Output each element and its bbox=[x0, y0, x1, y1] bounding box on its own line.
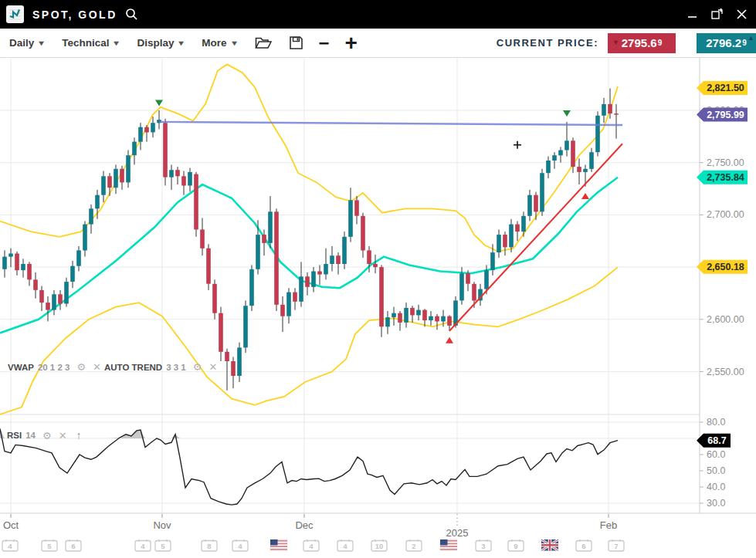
price-chart-svg[interactable]: 2,800.002,750.002,700.002,650.002,600.00… bbox=[0, 58, 756, 558]
calendar-event-icon: 6 bbox=[576, 539, 592, 551]
chevron-down-icon: ▼ bbox=[112, 39, 121, 47]
calendar-event-icon: 8 bbox=[202, 539, 217, 551]
minimize-button[interactable] bbox=[682, 5, 702, 25]
title-bar: SPOT, GOLD bbox=[0, 0, 756, 29]
time-axis[interactable]: OctNovDec2025Feb bbox=[0, 513, 756, 539]
menu-technical[interactable]: Technical ▼ bbox=[62, 37, 120, 49]
svg-text:5: 5 bbox=[47, 542, 52, 550]
svg-text:4: 4 bbox=[343, 542, 347, 550]
bid-price-badge: ▼ 2795.69 bbox=[608, 33, 676, 53]
menu-display-label: Display bbox=[137, 37, 174, 49]
svg-text:6: 6 bbox=[581, 542, 585, 550]
vwap-label: VWAP bbox=[8, 363, 34, 372]
svg-text:2,600.00: 2,600.00 bbox=[707, 314, 744, 325]
calendar-event-icon: 4 bbox=[337, 539, 353, 551]
bid-price-value: 2795.6 bbox=[622, 36, 657, 49]
svg-text:4: 4 bbox=[309, 542, 314, 550]
ask-price-badge: ▲ 2796.29 bbox=[697, 33, 756, 53]
svg-text:68.7: 68.7 bbox=[707, 435, 726, 446]
current-price-label: CURRENT PRICE: bbox=[497, 37, 598, 49]
price-badges: 2,821.502,795.992,735.842,650.1868.7 bbox=[697, 81, 748, 448]
autotrend-params: 3 3 1 bbox=[166, 363, 186, 372]
close-icon[interactable]: ✕ bbox=[208, 362, 217, 372]
autotrend-label: AUTO TREND bbox=[104, 363, 162, 372]
uk-flag-icon bbox=[541, 539, 558, 551]
svg-text:Nov: Nov bbox=[153, 519, 171, 531]
calendar-event-icon: 2 bbox=[406, 539, 422, 551]
chevron-down-icon: ▼ bbox=[177, 39, 186, 47]
chevron-down-icon: ▼ bbox=[229, 39, 239, 47]
menu-display[interactable]: Display ▼ bbox=[137, 37, 185, 49]
svg-text:2,795.99: 2,795.99 bbox=[707, 110, 744, 120]
svg-text:80.0: 80.0 bbox=[707, 417, 725, 428]
menu-technical-label: Technical bbox=[62, 37, 109, 49]
svg-text:2,821.50: 2,821.50 bbox=[707, 83, 744, 93]
calendar-event-icon: 4 bbox=[232, 539, 248, 551]
app-logo-icon bbox=[6, 5, 24, 23]
svg-text:10: 10 bbox=[375, 542, 384, 550]
svg-text:60.0: 60.0 bbox=[707, 449, 725, 460]
gear-icon[interactable]: ⚙ bbox=[193, 362, 202, 372]
up-arrow-icon: ▲ bbox=[748, 35, 754, 42]
candlesticks bbox=[2, 89, 619, 391]
rsi-pane bbox=[0, 428, 618, 505]
svg-text:3: 3 bbox=[481, 542, 485, 550]
svg-text:2,735.84: 2,735.84 bbox=[707, 172, 744, 183]
calendar-event-icon: 3 bbox=[476, 539, 491, 551]
vwap-indicator-legend: VWAP 20 1 2 3 ⚙ ✕ bbox=[8, 362, 101, 372]
ask-price-value: 2796.2 bbox=[706, 36, 741, 49]
menu-more[interactable]: More ▼ bbox=[202, 37, 237, 49]
svg-text:8: 8 bbox=[207, 542, 211, 550]
calendar-events-row[interactable]: 4564584441023967 bbox=[2, 539, 624, 551]
open-folder-icon[interactable] bbox=[255, 36, 272, 49]
zoom-out-button[interactable]: − bbox=[319, 36, 330, 51]
close-icon[interactable]: ✕ bbox=[59, 431, 67, 441]
calendar-event-icon: 10 bbox=[371, 539, 387, 551]
save-icon[interactable] bbox=[289, 36, 303, 50]
menu-more-label: More bbox=[202, 37, 226, 49]
popout-button[interactable] bbox=[707, 5, 727, 25]
svg-text:6: 6 bbox=[71, 542, 75, 550]
trading-app-window: SPOT, GOLD Daily ▼ bbox=[0, 0, 756, 558]
svg-text:4: 4 bbox=[238, 542, 242, 550]
vwap-params: 20 1 2 3 bbox=[38, 363, 70, 372]
gear-icon[interactable]: ⚙ bbox=[76, 362, 86, 372]
gear-icon[interactable]: ⚙ bbox=[42, 431, 52, 441]
chevron-down-icon: ▼ bbox=[37, 39, 46, 47]
svg-text:2,550.00: 2,550.00 bbox=[707, 367, 744, 377]
svg-text:4: 4 bbox=[8, 542, 12, 550]
calendar-event-icon: 7 bbox=[609, 539, 624, 551]
calendar-event-icon: 5 bbox=[155, 539, 171, 551]
svg-text:40.0: 40.0 bbox=[707, 482, 725, 492]
svg-text:50.0: 50.0 bbox=[707, 465, 725, 476]
calendar-event-icon: 4 bbox=[2, 539, 18, 551]
svg-text:2: 2 bbox=[412, 542, 415, 550]
close-icon[interactable]: ✕ bbox=[93, 362, 101, 372]
svg-text:2025: 2025 bbox=[446, 527, 469, 539]
chart-canvas[interactable]: 2,800.002,750.002,700.002,650.002,600.00… bbox=[0, 58, 756, 558]
autotrend-indicator-legend: AUTO TREND 3 3 1 ⚙ ✕ bbox=[104, 362, 217, 372]
svg-text:2,650.18: 2,650.18 bbox=[707, 262, 744, 272]
autotrend-lines[interactable] bbox=[159, 122, 622, 331]
calendar-event-icon: 4 bbox=[303, 539, 319, 551]
zoom-in-button[interactable]: + bbox=[345, 36, 358, 51]
menu-timeframe-label: Daily bbox=[9, 37, 34, 49]
rsi-indicator-legend: RSI 14 ⚙ ✕ ↑ bbox=[7, 429, 82, 441]
calendar-event-icon: 9 bbox=[508, 539, 524, 551]
chart-toolbar: Daily ▼ Technical ▼ Display ▼ More ▼ bbox=[0, 29, 756, 58]
svg-text:9: 9 bbox=[514, 542, 517, 550]
move-pane-up-icon[interactable]: ↑ bbox=[76, 429, 82, 441]
search-icon[interactable] bbox=[125, 8, 138, 21]
close-icon[interactable] bbox=[731, 5, 751, 25]
svg-text:5: 5 bbox=[161, 542, 165, 550]
menu-timeframe[interactable]: Daily ▼ bbox=[9, 37, 45, 49]
svg-text:Dec: Dec bbox=[295, 519, 314, 531]
us-flag-icon bbox=[270, 539, 287, 551]
svg-text:2,750.00: 2,750.00 bbox=[707, 157, 744, 168]
rsi-label: RSI bbox=[7, 431, 22, 440]
svg-text:7: 7 bbox=[614, 542, 618, 550]
down-arrow-icon: ▼ bbox=[612, 39, 619, 46]
svg-text:2,700.00: 2,700.00 bbox=[707, 209, 744, 220]
svg-text:30.0: 30.0 bbox=[707, 498, 725, 509]
symbol-title: SPOT, GOLD bbox=[32, 8, 117, 21]
